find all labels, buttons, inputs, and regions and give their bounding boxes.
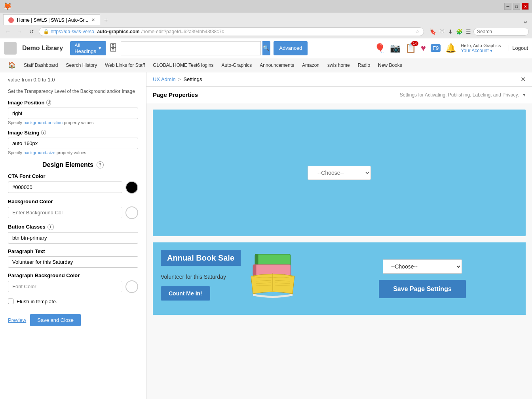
book-sale-text-area: Annual Book Sale Volunteer for this Satu…	[161, 250, 241, 301]
paragraph-bg-swatch[interactable]	[125, 280, 138, 293]
nav-new-books[interactable]: New Books	[374, 59, 406, 71]
extensions-icon[interactable]: 🧩	[456, 28, 463, 35]
breadcrumb-ux-admin[interactable]: UX Admin	[153, 76, 176, 82]
design-elements-help-icon[interactable]: ?	[97, 161, 104, 168]
logout-button[interactable]: Logout	[509, 45, 528, 51]
choose-select-bottom[interactable]: --Choose--	[383, 259, 462, 274]
preview-link[interactable]: Preview	[8, 317, 26, 323]
svg-rect-0	[255, 254, 291, 265]
background-position-link[interactable]: background-position	[23, 120, 63, 125]
new-tab-button[interactable]: +	[101, 15, 111, 25]
camera-icon[interactable]: 📷	[390, 43, 401, 53]
f9-badge[interactable]: F9	[431, 44, 441, 52]
close-button[interactable]: ✕	[522, 3, 529, 10]
heading-select[interactable]: All Headings ▾	[70, 41, 106, 55]
search-button[interactable]: 🔍	[262, 41, 271, 55]
save-close-button[interactable]: Save and Close	[30, 314, 81, 326]
flush-row: Flush in template.	[8, 299, 138, 304]
background-color-swatch[interactable]	[125, 206, 138, 219]
flush-label: Flush in template.	[17, 299, 57, 304]
book-svg	[247, 250, 298, 306]
nav-staff-dashboard[interactable]: Staff Dashboard	[20, 59, 62, 71]
cta-font-color-input[interactable]	[8, 182, 122, 193]
image-sizing-label: Image Sizing i	[8, 130, 138, 136]
nav-amazon[interactable]: Amazon	[298, 59, 323, 71]
count-me-button[interactable]: Count Me In!	[161, 286, 210, 301]
address-bar-icons: 🔖 🛡 ⬇ 🧩 ☰	[429, 28, 471, 35]
shield-icon[interactable]: 🛡	[439, 28, 445, 35]
download-icon[interactable]: ⬇	[448, 28, 453, 35]
svg-rect-1	[255, 254, 258, 265]
nav-radio[interactable]: Radio	[354, 59, 374, 71]
transparency-section: value from 0.0 to 1.0 Set the Transparen…	[0, 72, 146, 95]
button-classes-info-icon[interactable]: i	[48, 224, 54, 230]
lock-icon: 🔒	[43, 29, 49, 34]
maximize-button[interactable]: □	[513, 3, 520, 10]
paragraph-text-input[interactable]	[8, 256, 138, 268]
cta-color-swatch[interactable]	[125, 181, 138, 194]
app-logo-icon	[4, 42, 17, 55]
bookmark-icon[interactable]: 🔖	[429, 28, 436, 35]
save-page-settings-button[interactable]: Save Page Settings	[379, 280, 466, 298]
tabs-dropdown-icon[interactable]: ⌄	[522, 16, 529, 25]
nav-global-home[interactable]: GLOBAL HOME Test6 logins	[149, 59, 217, 71]
address-bar: ← → ↺ 🔒 https://qa-swls-verso.auto-graph…	[0, 25, 532, 38]
image-sizing-hint: Specify background-size property values	[8, 150, 138, 155]
back-button[interactable]: ←	[3, 27, 13, 36]
image-position-hint: Specify background-position property val…	[8, 120, 138, 125]
paragraph-bg-color-input[interactable]	[8, 281, 122, 292]
nav-bar: 🏠 Staff Dashboard Search History Web Lin…	[0, 58, 532, 72]
image-position-label: Image Position ℹ	[8, 100, 138, 106]
minimize-button[interactable]: ─	[504, 3, 511, 10]
active-tab[interactable]: Home | SWLS | SWLS | Auto-Gr... ✕	[3, 14, 100, 25]
refresh-button[interactable]: ↺	[27, 27, 36, 36]
breadcrumb-separator: >	[178, 76, 181, 82]
heart-icon[interactable]: ♥	[421, 43, 426, 53]
book-sale-block: Annual Book Sale Volunteer for this Satu…	[153, 242, 319, 315]
image-sizing-input[interactable]	[8, 138, 138, 149]
search-input[interactable]	[121, 41, 261, 55]
nav-search-history[interactable]: Search History	[62, 59, 101, 71]
f9-icon-wrap: F9	[431, 45, 441, 51]
book-sale-inner: Annual Book Sale Volunteer for this Satu…	[161, 250, 311, 307]
canvas-area: --Choose-- Annual Book Sale Volunteer fo…	[146, 103, 532, 327]
flush-checkbox[interactable]	[8, 299, 13, 304]
background-color-wrap	[8, 206, 138, 219]
nav-swls-home[interactable]: swls home	[323, 59, 354, 71]
page-properties-title: Page Properties	[153, 91, 198, 98]
url-star-icon[interactable]: ☆	[415, 29, 420, 34]
panel-close-button[interactable]: ✕	[521, 76, 526, 83]
button-classes-input[interactable]	[8, 232, 138, 244]
right-blue-block: --Choose-- Save Page Settings	[319, 242, 526, 315]
tabs-bar: Home | SWLS | SWLS | Auto-Gr... ✕ + ⌄	[0, 13, 532, 25]
list-badge: 14	[411, 41, 418, 46]
your-account-link[interactable]: Your Account ▾	[461, 48, 501, 53]
breadcrumb-settings: Settings	[183, 76, 202, 82]
page-properties-chevron: ▾	[523, 92, 526, 98]
page-properties-subtitle: Settings for Activating, Publishing, Lab…	[400, 92, 519, 98]
image-position-input[interactable]	[8, 108, 138, 119]
nav-web-links[interactable]: Web Links for Staff	[101, 59, 149, 71]
page-properties-accordion[interactable]: Page Properties Settings for Activating,…	[146, 87, 532, 103]
firefox-logo[interactable]: 🦊	[3, 2, 12, 11]
notification-icon-wrap: 📋 14	[405, 43, 416, 53]
tab-close-button[interactable]: ✕	[91, 17, 95, 23]
paragraph-bg-color-label: Paragraph Background Color	[8, 272, 138, 278]
forward-button[interactable]: →	[15, 27, 25, 36]
title-bar-left: 🦊	[3, 2, 12, 11]
nav-auto-graphics[interactable]: Auto-Graphics	[218, 59, 256, 71]
background-color-input[interactable]	[8, 207, 122, 218]
advanced-button[interactable]: Advanced	[274, 41, 308, 55]
background-size-link[interactable]: background-size	[23, 150, 55, 155]
background-color-label: Background Color	[8, 199, 138, 204]
left-panel: value from 0.0 to 1.0 Set the Transparen…	[0, 72, 146, 399]
nav-announcements[interactable]: Announcements	[256, 59, 298, 71]
database-icon[interactable]: 🗄	[109, 43, 118, 53]
choose-select-top[interactable]: --Choose--	[308, 166, 371, 180]
nav-home-icon[interactable]: 🏠	[4, 60, 20, 70]
browser-search-input[interactable]	[473, 28, 529, 36]
app-logo-text: Demo Library	[22, 45, 63, 52]
menu-icon[interactable]: ☰	[466, 28, 471, 35]
balloon-icon[interactable]: 🎈	[374, 43, 385, 53]
bell-icon[interactable]: 🔔	[445, 43, 456, 53]
